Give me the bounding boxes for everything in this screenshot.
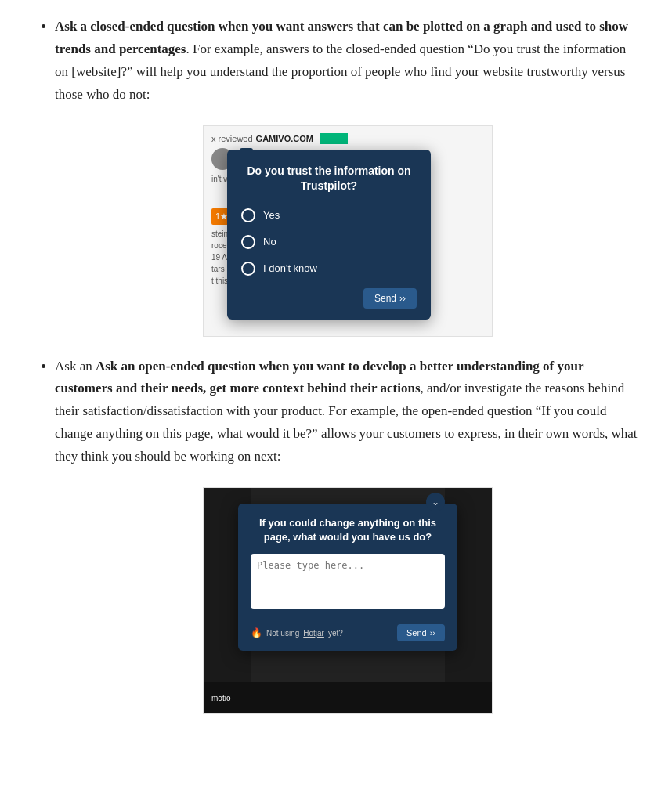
open-textarea-input[interactable] — [251, 554, 445, 609]
radio-circle-no[interactable] — [241, 235, 255, 249]
radio-option-dont-know[interactable]: I don't know — [241, 260, 417, 277]
footer-text2: yet? — [328, 627, 343, 640]
open-modal-question-title: If you could change anything on this pag… — [251, 516, 445, 544]
bullet2-text: Ask an Ask an open-ended question when y… — [55, 359, 638, 464]
radio-label-no: No — [263, 233, 276, 251]
bullet-item-open-ended: Ask an Ask an open-ended question when y… — [55, 356, 641, 714]
badge-green-icon — [320, 133, 348, 144]
send-label-closed: Send — [374, 293, 396, 304]
closed-ended-dialog-wrapper: x reviewed GAMIVO.COM ▾ ali revie in't w… — [203, 125, 493, 337]
send-arrow-icon: ›› — [399, 293, 406, 304]
hotjar-link[interactable]: 🔥 Not using Hotjar yet? — [251, 625, 343, 641]
bullet2-ask-label: Ask an — [55, 359, 96, 374]
open-bg-bottom: motio — [204, 682, 492, 713]
open-bg-bottom-text: motio — [211, 692, 230, 705]
radio-circle-yes[interactable] — [241, 208, 255, 222]
hotjar-flame-icon: 🔥 — [251, 625, 262, 641]
radio-option-no[interactable]: No — [241, 233, 417, 251]
reviewed-label: x reviewed — [211, 132, 253, 146]
radio-label-yes: Yes — [263, 207, 280, 224]
open-ended-image-container: USD a ⌄ If you could change anything on … — [55, 487, 641, 714]
open-footer: 🔥 Not using Hotjar yet? Send ›› — [251, 624, 445, 641]
site-line: x reviewed GAMIVO.COM — [211, 132, 484, 146]
radio-option-yes[interactable]: Yes — [241, 207, 417, 224]
footer-text1: Not using — [266, 627, 299, 640]
bullet1-text: Ask a closed-ended question when you wan… — [55, 19, 628, 102]
site-name: GAMIVO.COM — [256, 132, 313, 146]
open-send-button[interactable]: Send ›› — [397, 624, 445, 641]
radio-label-dont-know: I don't know — [263, 260, 317, 277]
open-ended-dialog-wrapper: USD a ⌄ If you could change anything on … — [203, 487, 493, 714]
closed-send-button[interactable]: Send ›› — [363, 288, 417, 309]
send-arrow-open-icon: ›› — [430, 628, 435, 638]
bullet-item-closed-ended: Ask a closed-ended question when you wan… — [55, 16, 641, 337]
closed-ended-modal: Do you trust the information on Trustpil… — [227, 150, 431, 320]
radio-circle-dont-know[interactable] — [241, 262, 255, 276]
closed-ended-image-container: x reviewed GAMIVO.COM ▾ ali revie in't w… — [55, 125, 641, 337]
hotjar-brand-link[interactable]: Hotjar — [303, 627, 324, 640]
chevron-down-icon[interactable]: ⌄ — [426, 493, 445, 511]
modal-question-title: Do you trust the information on Trustpil… — [241, 164, 417, 194]
open-ended-modal: ⌄ If you could change anything on this p… — [238, 504, 457, 651]
modal-send-row: Send ›› — [241, 288, 417, 309]
send-label-open: Send — [406, 628, 427, 638]
